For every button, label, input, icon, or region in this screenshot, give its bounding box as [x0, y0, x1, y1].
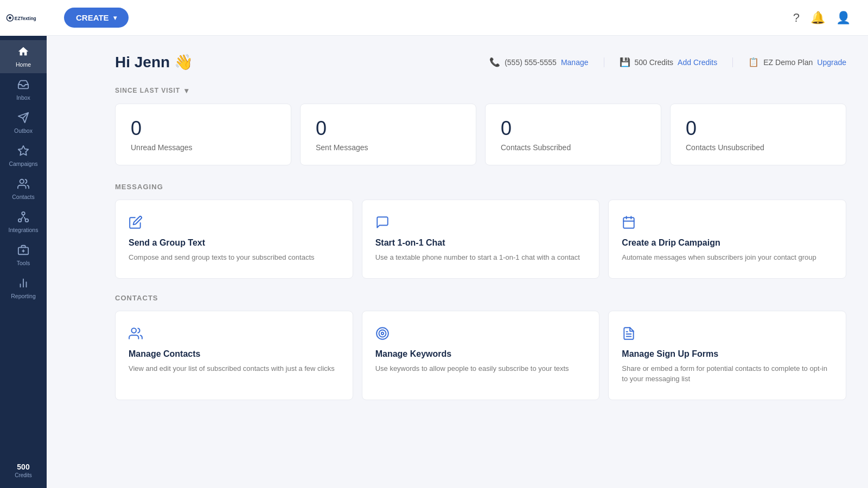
- stat-number-unsubscribed: 0: [686, 117, 831, 140]
- target-icon: [375, 326, 586, 341]
- manage-contacts-card[interactable]: Manage Contacts View and edit your list …: [115, 311, 353, 400]
- topbar-icons: ? 🔔 👤: [793, 11, 851, 25]
- phone-group: 📞 (555) 555-5555 Manage: [489, 57, 588, 67]
- stat-label-subscribed: Contacts Subscribed: [501, 143, 646, 152]
- sidebar-item-tools-label: Tools: [17, 260, 30, 266]
- add-credits-link[interactable]: Add Credits: [678, 58, 717, 67]
- campaigns-icon: [17, 145, 29, 158]
- greeting: Hi Jenn 👋: [115, 53, 193, 71]
- sidebar-item-contacts-label: Contacts: [12, 194, 34, 200]
- since-last-visit-header: SINCE LAST VISIT ▾: [115, 86, 846, 95]
- page-header: Hi Jenn 👋 📞 (555) 555-5555 Manage 💾 500 …: [115, 53, 846, 71]
- svg-marker-5: [18, 146, 28, 155]
- drip-campaign-desc: Automate messages when subscribers join …: [622, 252, 833, 263]
- contacts-section-title: CONTACTS: [115, 294, 846, 302]
- integrations-icon: [17, 211, 29, 224]
- tools-icon: [17, 244, 29, 258]
- svg-rect-19: [624, 217, 635, 228]
- sidebar-item-integrations-label: Integrations: [9, 227, 39, 233]
- phone-icon: 📞: [489, 57, 500, 67]
- sidebar-item-home[interactable]: Home: [0, 40, 47, 73]
- send-group-text-card[interactable]: Send a Group Text Compose and send group…: [115, 200, 353, 279]
- stat-label-sent: Sent Messages: [316, 143, 461, 152]
- svg-point-25: [379, 330, 386, 337]
- manage-keywords-card[interactable]: Manage Keywords Use keywords to allow pe…: [362, 311, 600, 400]
- manage-signup-forms-card[interactable]: Manage Sign Up Forms Share or embed a fo…: [608, 311, 846, 400]
- sidebar-item-integrations[interactable]: Integrations: [0, 206, 47, 239]
- upgrade-link[interactable]: Upgrade: [817, 58, 846, 67]
- svg-text:EZTexting: EZTexting: [15, 16, 36, 21]
- manage-keywords-desc: Use keywords to allow people to easily s…: [375, 363, 586, 374]
- credits-group: 💾 500 Credits Add Credits: [620, 57, 718, 67]
- sidebar-item-contacts[interactable]: Contacts: [0, 172, 47, 206]
- meta-divider-1: [604, 57, 604, 67]
- sidebar-item-reporting[interactable]: Reporting: [0, 272, 47, 305]
- stat-card-sent[interactable]: 0 Sent Messages: [300, 104, 476, 165]
- svg-point-26: [381, 332, 383, 334]
- drip-campaign-title: Create a Drip Campaign: [622, 238, 833, 248]
- send-group-text-desc: Compose and send group texts to your sub…: [129, 252, 340, 263]
- svg-point-1: [9, 17, 11, 20]
- sidebar-item-campaigns-label: Campaigns: [9, 160, 37, 167]
- chevron-down-icon: ▾: [113, 14, 117, 22]
- since-last-visit-chevron[interactable]: ▾: [184, 86, 189, 95]
- sidebar-item-tools[interactable]: Tools: [0, 239, 47, 272]
- meta-divider-2: [732, 57, 733, 67]
- create-label: CREATE: [76, 13, 109, 22]
- sidebar-item-outbox[interactable]: Outbox: [0, 106, 47, 139]
- calendar-icon: [622, 215, 833, 229]
- outbox-icon: [17, 112, 29, 125]
- manage-link[interactable]: Manage: [561, 58, 589, 67]
- svg-point-6: [20, 179, 24, 183]
- header-meta: 📞 (555) 555-5555 Manage 💾 500 Credits Ad…: [489, 57, 846, 67]
- stat-number-sent: 0: [316, 117, 461, 140]
- create-button[interactable]: CREATE ▾: [64, 8, 129, 28]
- bell-icon[interactable]: 🔔: [810, 11, 825, 25]
- people-icon: [129, 326, 340, 341]
- sidebar-item-campaigns[interactable]: Campaigns: [0, 139, 47, 172]
- messaging-section-title: MESSAGING: [115, 183, 846, 191]
- wave-emoji: 👋: [174, 53, 193, 71]
- svg-line-11: [21, 217, 22, 220]
- main-content: Hi Jenn 👋 📞 (555) 555-5555 Manage 💾 500 …: [93, 36, 868, 488]
- stat-card-subscribed[interactable]: 0 Contacts Subscribed: [485, 104, 661, 165]
- credits-display: 500 Credits: [635, 58, 674, 67]
- logo: EZTexting: [0, 0, 47, 36]
- manage-signup-forms-title: Manage Sign Up Forms: [622, 349, 833, 359]
- sidebar-item-home-label: Home: [16, 61, 31, 68]
- phone-number: (555) 555-5555: [505, 58, 557, 67]
- plan-name: EZ Demo Plan: [763, 58, 813, 67]
- sidebar-item-outbox-label: Outbox: [14, 127, 33, 134]
- stat-label-unread: Unread Messages: [131, 143, 276, 152]
- sidebar-nav: Home Inbox Outbox Campaigns Contacts: [0, 36, 47, 456]
- start-chat-desc: Use a textable phone number to start a 1…: [375, 252, 586, 263]
- sidebar-credits: 500 Credits: [15, 456, 32, 488]
- svg-line-12: [24, 217, 25, 220]
- stat-number-unread: 0: [131, 117, 276, 140]
- start-chat-card[interactable]: Start 1-on-1 Chat Use a textable phone n…: [362, 200, 600, 279]
- messaging-cards: Send a Group Text Compose and send group…: [115, 200, 846, 279]
- sidebar-item-inbox-label: Inbox: [16, 94, 30, 101]
- since-last-visit-label: SINCE LAST VISIT: [115, 87, 180, 94]
- svg-point-23: [131, 328, 136, 333]
- plan-icon: 📋: [748, 57, 759, 67]
- plan-group: 📋 EZ Demo Plan Upgrade: [748, 57, 846, 67]
- user-icon[interactable]: 👤: [836, 11, 851, 25]
- drip-campaign-card[interactable]: Create a Drip Campaign Automate messages…: [608, 200, 846, 279]
- stat-card-unread[interactable]: 0 Unread Messages: [115, 104, 291, 165]
- inbox-icon: [17, 79, 29, 92]
- contacts-cards: Manage Contacts View and edit your list …: [115, 311, 846, 400]
- credits-icon: 💾: [620, 57, 630, 67]
- manage-contacts-desc: View and edit your list of subscribed co…: [129, 363, 340, 374]
- form-icon: [622, 326, 833, 341]
- manage-keywords-title: Manage Keywords: [375, 349, 586, 359]
- send-group-text-title: Send a Group Text: [129, 238, 340, 248]
- sidebar-credits-amount: 500: [17, 463, 29, 471]
- sidebar-item-inbox[interactable]: Inbox: [0, 73, 47, 106]
- sidebar-credits-label: Credits: [15, 472, 32, 478]
- stat-number-subscribed: 0: [501, 117, 646, 140]
- stat-card-unsubscribed[interactable]: 0 Contacts Unsubscribed: [670, 104, 846, 165]
- manage-signup-forms-desc: Share or embed a form for potential cont…: [622, 363, 833, 384]
- help-icon[interactable]: ?: [793, 11, 800, 25]
- svg-point-24: [376, 328, 388, 339]
